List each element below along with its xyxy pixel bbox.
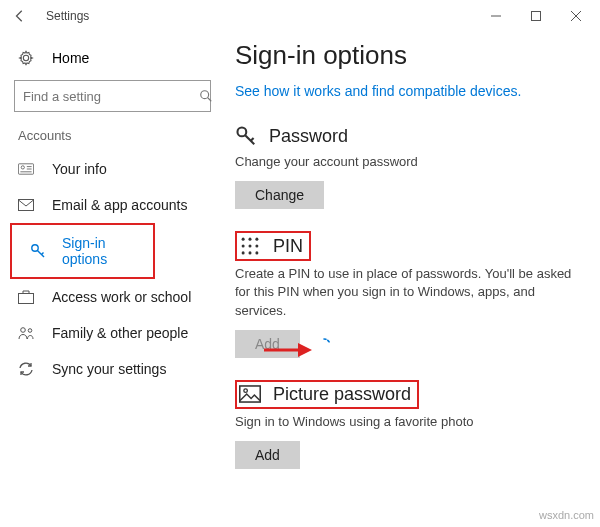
password-desc: Change your account password [235, 153, 572, 171]
picture-password-section: Picture password Sign in to Windows usin… [235, 380, 572, 469]
briefcase-icon [18, 290, 36, 304]
svg-rect-13 [19, 294, 34, 304]
pin-title: PIN [273, 236, 303, 257]
home-label: Home [52, 50, 89, 66]
home-button[interactable]: Home [0, 44, 225, 80]
close-icon [570, 10, 582, 22]
sidebar-group-label: Accounts [0, 128, 225, 151]
svg-point-10 [32, 245, 38, 251]
maximize-button[interactable] [516, 0, 556, 32]
svg-point-21 [255, 238, 258, 241]
svg-point-22 [242, 245, 245, 248]
page-title: Sign-in options [235, 40, 572, 71]
sidebar-item-label: Access work or school [52, 289, 191, 305]
svg-point-19 [242, 238, 245, 241]
picture-password-title: Picture password [273, 384, 411, 405]
picture-icon [239, 385, 263, 403]
key-icon [30, 243, 46, 259]
svg-point-2 [201, 91, 209, 99]
sidebar: Home Accounts Your info Email & app acco… [0, 32, 225, 527]
key-icon [235, 125, 259, 147]
sidebar-item-label: Sync your settings [52, 361, 166, 377]
sidebar-item-family-other[interactable]: Family & other people [0, 315, 225, 351]
svg-point-25 [242, 252, 245, 255]
loading-spinner-icon [316, 337, 332, 353]
gear-icon [18, 50, 36, 66]
sync-icon [18, 361, 36, 377]
password-title: Password [269, 126, 348, 147]
compatible-devices-link[interactable]: See how it works and find compatible dev… [235, 83, 572, 99]
svg-point-23 [248, 245, 251, 248]
sidebar-item-signin-options[interactable]: Sign-in options [12, 225, 153, 277]
back-button[interactable] [4, 0, 36, 32]
sidebar-item-sync-settings[interactable]: Sync your settings [0, 351, 225, 387]
people-icon [18, 326, 36, 340]
sidebar-item-label: Your info [52, 161, 107, 177]
svg-marker-31 [298, 343, 312, 357]
sidebar-item-email-accounts[interactable]: Email & app accounts [0, 187, 225, 223]
svg-line-3 [208, 98, 212, 102]
keypad-icon [239, 235, 263, 257]
watermark: wsxdn.com [539, 509, 594, 521]
svg-point-14 [21, 328, 26, 333]
minimize-icon [490, 10, 502, 22]
sidebar-item-your-info[interactable]: Your info [0, 151, 225, 187]
window-title: Settings [46, 9, 89, 23]
svg-line-12 [42, 253, 44, 255]
change-password-button[interactable]: Change [235, 181, 324, 209]
arrow-left-icon [13, 9, 27, 23]
mail-icon [18, 199, 36, 211]
arrow-annotation-icon [262, 340, 312, 360]
svg-point-29 [244, 389, 248, 393]
svg-point-15 [28, 329, 32, 333]
svg-rect-28 [240, 386, 260, 402]
sidebar-item-access-work-school[interactable]: Access work or school [0, 279, 225, 315]
pin-desc: Create a PIN to use in place of password… [235, 265, 572, 320]
sidebar-item-label: Sign-in options [62, 235, 135, 267]
search-icon [199, 89, 213, 103]
maximize-icon [530, 10, 542, 22]
titlebar: Settings [0, 0, 600, 32]
id-card-icon [18, 162, 36, 176]
pin-section: PIN Create a PIN to use in place of pass… [235, 231, 572, 358]
close-button[interactable] [556, 0, 596, 32]
picture-password-desc: Sign in to Windows using a favorite phot… [235, 413, 572, 431]
add-picture-password-button[interactable]: Add [235, 441, 300, 469]
svg-line-18 [251, 138, 254, 141]
svg-point-24 [255, 245, 258, 248]
password-section: Password Change your account password Ch… [235, 125, 572, 209]
content-pane: Sign-in options See how it works and fin… [225, 32, 600, 527]
sidebar-item-label: Email & app accounts [52, 197, 187, 213]
svg-point-16 [237, 127, 246, 136]
minimize-button[interactable] [476, 0, 516, 32]
svg-point-26 [248, 252, 251, 255]
svg-point-5 [21, 166, 24, 169]
sidebar-item-label: Family & other people [52, 325, 188, 341]
search-box[interactable] [14, 80, 211, 112]
svg-point-20 [248, 238, 251, 241]
svg-rect-1 [532, 12, 541, 21]
svg-point-27 [255, 252, 258, 255]
search-input[interactable] [15, 89, 199, 104]
svg-rect-9 [19, 200, 34, 211]
